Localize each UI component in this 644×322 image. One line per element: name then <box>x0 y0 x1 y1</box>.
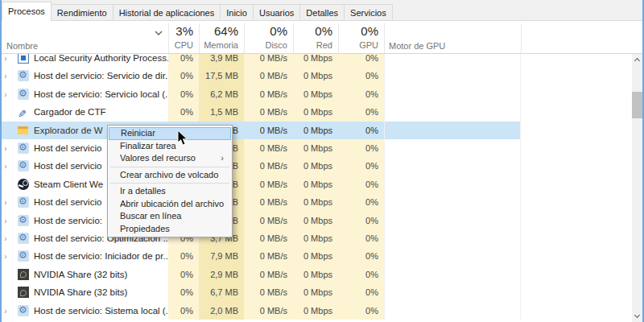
disk-cell: 0 MB/s <box>244 67 293 85</box>
menu-item-valores-del-recurso[interactable]: Valores del recurso› <box>109 152 231 165</box>
network-cell: 0 Mbps <box>293 229 338 247</box>
tab-procesos[interactable]: Procesos <box>2 2 52 21</box>
gpu-engine-cell <box>384 139 521 157</box>
services-gear-icon <box>18 233 29 244</box>
expand-chevron-icon[interactable]: › <box>4 229 14 247</box>
tab-usuarios[interactable]: Usuarios <box>254 4 300 21</box>
gpu-cell: 0% <box>338 302 384 320</box>
tab-inicio[interactable]: Inicio <box>221 4 254 21</box>
network-cell: 0 Mbps <box>293 85 338 103</box>
gpu-engine-cell <box>384 283 521 301</box>
network-cell: 0 Mbps <box>293 266 338 283</box>
table-row[interactable]: ›Local Security Authority Process...0%3,… <box>0 54 632 67</box>
column-header-cpu[interactable]: 3%CPU <box>168 21 199 53</box>
table-row[interactable]: Cargador de CTF0%1,5 MB0 MB/s0 Mbps0% <box>0 103 632 121</box>
scroll-down-icon[interactable] <box>632 310 642 322</box>
menu-item-reiniciar[interactable]: Reiniciar <box>109 127 231 140</box>
services-gear-icon <box>18 142 29 154</box>
cpu-cell: 0% <box>168 266 199 283</box>
expand-chevron-icon[interactable]: › <box>4 85 14 103</box>
table-row[interactable]: ›Host del servicioMB0 MB/s0 Mbps0% <box>0 139 632 157</box>
tab-detalles[interactable]: Detalles <box>300 4 345 21</box>
disk-cell: 0 MB/s <box>244 266 293 283</box>
tab-servicios[interactable]: Servicios <box>345 4 393 21</box>
menu-item-propiedades[interactable]: Propiedades <box>109 223 231 236</box>
column-header-motor-gpu[interactable]: Motor de GPU <box>389 41 445 51</box>
menu-item-ir-a-detalles[interactable]: Ir a detalles <box>109 185 231 198</box>
process-name: Explorador de W <box>34 122 103 139</box>
network-cell: 0 Mbps <box>293 212 338 229</box>
table-row[interactable]: ›Host del servicioMB0 MB/s0 Mbps0% <box>0 157 632 175</box>
expand-chevron-icon[interactable]: › <box>4 54 14 67</box>
table-row[interactable]: ›Host de servicio: Servicio local (...0%… <box>0 85 632 103</box>
table-row[interactable]: ›Host de servicio: Iniciador de pr...0%7… <box>0 247 632 265</box>
column-header-disco[interactable]: 0%Disco <box>244 21 293 53</box>
expand-chevron-icon[interactable]: › <box>4 139 14 157</box>
network-cell: 0 Mbps <box>293 193 338 211</box>
cpu-cell: 0% <box>168 302 199 320</box>
header-percent: 3% <box>168 24 193 38</box>
table-row[interactable]: Steam Client WeMB0 MB/s0 Mbps0% <box>0 175 632 193</box>
table-row[interactable]: ›Host del servicioMB0 MB/s0 Mbps0% <box>0 193 632 211</box>
header-label: Red <box>293 40 332 50</box>
column-header-memoria[interactable]: 64%Memoria <box>199 21 244 53</box>
scrollbar-thumb[interactable] <box>632 92 642 118</box>
header-percent: 64% <box>199 24 238 38</box>
tab-bar: ProcesosRendimientoHistorial de aplicaci… <box>0 0 644 21</box>
disk-cell: 0 MB/s <box>244 54 293 67</box>
gpu-cell: 0% <box>338 266 384 283</box>
memory-cell: 1,5 MB <box>199 103 244 121</box>
services-gear-icon <box>18 196 29 208</box>
process-name-cell: NVIDIA Share (32 bits) <box>0 266 168 283</box>
tab-rendimiento[interactable]: Rendimiento <box>52 4 114 21</box>
scroll-up-icon[interactable] <box>632 54 642 66</box>
disk-cell: 0 MB/s <box>244 302 293 320</box>
expand-chevron-icon[interactable]: › <box>4 157 14 175</box>
gpu-cell: 0% <box>338 247 384 265</box>
table-row[interactable]: Explorador de WMB0 MB/s0 Mbps0% <box>0 122 632 139</box>
disk-cell: 0 MB/s <box>244 122 293 139</box>
network-cell: 0 Mbps <box>293 283 338 301</box>
menu-separator <box>110 183 229 184</box>
process-name: Host de servicio: Servicio local (... <box>34 85 168 103</box>
process-name: Steam Client We <box>34 175 103 193</box>
table-row[interactable]: ›Host de servicio: Sistema local (...0%2… <box>0 302 632 320</box>
expand-chevron-icon[interactable]: › <box>4 193 14 211</box>
table-row[interactable]: ›Host del servicio: Optimización ...0%3,… <box>0 229 632 247</box>
table-row[interactable]: ›Host del servicio: Servicio de dir...0%… <box>0 67 632 85</box>
process-name: Host de servicio: Sistema local (... <box>34 302 168 320</box>
network-cell: 0 Mbps <box>293 139 338 157</box>
expand-chevron-icon[interactable]: › <box>4 212 14 229</box>
expand-chevron-icon[interactable]: › <box>4 67 14 85</box>
table-row[interactable]: NVIDIA Share (32 bits)0%2,9 MB0 MB/s0 Mb… <box>0 266 632 283</box>
gpu-engine-cell <box>384 85 521 103</box>
process-list: ›Local Security Authority Process...0%3,… <box>0 54 632 322</box>
column-divider <box>384 23 385 53</box>
menu-item-finalizar-tarea[interactable]: Finalizar tarea <box>109 140 231 153</box>
expand-chevron-icon[interactable]: › <box>4 247 14 265</box>
column-header-red[interactable]: 0%Red <box>293 21 338 53</box>
expand-chevron-icon[interactable]: › <box>4 302 14 320</box>
gpu-cell: 0% <box>338 212 384 229</box>
gpu-cell: 0% <box>338 85 384 103</box>
menu-item-abrir-ubicaci-n-del-archivo[interactable]: Abrir ubicación del archivo <box>109 198 231 211</box>
header-percent: 0% <box>244 24 287 38</box>
memory-cell: 6,2 MB <box>199 85 244 103</box>
cpu-cell: 0% <box>168 54 199 67</box>
menu-item-buscar-en-l-nea[interactable]: Buscar en línea <box>109 210 231 223</box>
menu-item-crear-archivo-de-volcado[interactable]: Crear archivo de volcado <box>109 169 231 182</box>
table-row[interactable]: NVIDIA Share (32 bits)0%6,7 MB0 MB/s0 Mb… <box>0 283 632 301</box>
column-header-nombre[interactable]: Nombre <box>6 41 38 51</box>
table-row[interactable]: ›Host de servicio:MB0 MB/s0 Mbps0% <box>0 212 632 229</box>
header-label: Disco <box>244 40 287 50</box>
process-name: Host de servicio: <box>34 212 102 229</box>
process-name: NVIDIA Share (32 bits) <box>34 266 127 283</box>
header-label: CPU <box>168 40 193 50</box>
column-header-gpu[interactable]: 0%GPU <box>338 21 384 53</box>
disk-cell: 0 MB/s <box>244 229 293 247</box>
vertical-scrollbar[interactable] <box>632 54 642 322</box>
chevron-down-icon[interactable] <box>154 26 165 35</box>
tab-historial-de-aplicaciones[interactable]: Historial de aplicaciones <box>114 4 221 21</box>
gpu-engine-cell <box>384 103 521 121</box>
gpu-cell: 0% <box>338 67 384 85</box>
